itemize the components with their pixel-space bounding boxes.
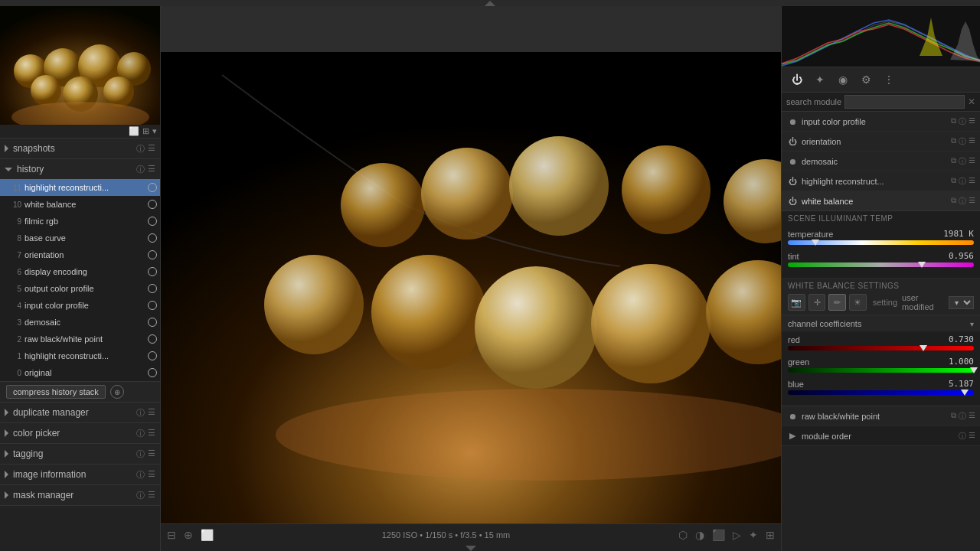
temperature-slider[interactable] — [788, 240, 974, 245]
color-picker-header[interactable]: color picker ⓘ ☰ — [0, 423, 160, 443]
highlight-copy-icon[interactable]: ⧉ — [951, 176, 956, 187]
compress-history-button[interactable]: compress history stack — [6, 385, 106, 399]
svg-point-13 — [622, 145, 710, 234]
wb-manual-icon-btn[interactable]: ✏ — [828, 294, 846, 311]
bottom-collapse-bar[interactable] — [161, 545, 781, 551]
module-order-info-icon[interactable]: ⓘ — [959, 431, 966, 442]
more-btn[interactable]: ⋮ — [878, 70, 900, 89]
history-item[interactable]: 0 original — [0, 364, 160, 381]
history-item[interactable]: 7 orientation — [0, 246, 160, 263]
image-viewport[interactable] — [161, 52, 781, 523]
module-input-color-profile[interactable]: ⏺ input color profile ⧉ ⓘ ☰ — [782, 112, 980, 132]
wb-preset-icon-btn[interactable]: ☀ — [849, 294, 867, 311]
wb-camera-icon-btn[interactable]: 📷 — [788, 294, 805, 311]
history-item[interactable]: 2 raw black/white point — [0, 331, 160, 347]
history-item[interactable]: 4 input color profile — [0, 297, 160, 314]
module-orientation[interactable]: ⏻ orientation ⧉ ⓘ ☰ — [782, 132, 980, 152]
wb-info-icon[interactable]: ⓘ — [959, 196, 966, 207]
history-header[interactable]: history ⓘ ☰ — [0, 159, 160, 179]
snapshots-header[interactable]: snapshots ⓘ ☰ — [0, 139, 160, 158]
module-order[interactable]: ▶ module order ⓘ ☰ — [782, 426, 980, 446]
history-info-icon[interactable]: ⓘ — [136, 164, 145, 175]
module-raw-black-white[interactable]: ⏺ raw black/white point ⧉ ⓘ ☰ — [782, 406, 980, 426]
snapshots-info-icon[interactable]: ⓘ — [136, 143, 145, 155]
image-information-header[interactable]: image information ⓘ ☰ — [0, 465, 160, 484]
tagging-info-icon[interactable]: ⓘ — [136, 448, 145, 460]
snapshots-menu-icon[interactable]: ☰ — [148, 143, 155, 155]
gamut-icon[interactable]: ▷ — [733, 529, 741, 541]
image-info-icon[interactable]: ⓘ — [136, 469, 145, 481]
power-toggle-btn[interactable]: ⏻ — [786, 70, 808, 89]
mask-manager-header[interactable]: mask manager ⓘ ☰ — [0, 485, 160, 505]
orientation-actions: ⧉ ⓘ ☰ — [951, 136, 975, 147]
channel-coefficients-header[interactable]: channel coefficients ▾ — [782, 315, 980, 331]
raw-copy-icon[interactable]: ⧉ — [951, 411, 956, 422]
history-item[interactable]: 11 highlight reconstructi... — [0, 179, 160, 196]
history-item[interactable]: 9 filmic rgb — [0, 213, 160, 230]
demosaic-menu-icon[interactable]: ☰ — [969, 156, 975, 167]
red-slider[interactable] — [788, 346, 974, 350]
tint-value: 0.956 — [949, 251, 974, 261]
history-menu-icon[interactable]: ☰ — [148, 164, 155, 175]
top-collapse-arrow[interactable] — [485, 1, 495, 6]
green-slider[interactable] — [788, 368, 974, 373]
clipping-icon[interactable]: ◑ — [695, 529, 704, 541]
raw-menu-icon[interactable]: ☰ — [969, 411, 975, 422]
tagging-icons: ⓘ ☰ — [136, 448, 155, 460]
fullscreen-icon[interactable]: ⬜ — [201, 529, 214, 541]
favorites-btn[interactable]: ✦ — [809, 70, 831, 89]
history-item[interactable]: 10 white balance — [0, 196, 160, 213]
histogram-icon[interactable]: ⬡ — [678, 529, 688, 541]
duplicate-menu-icon[interactable]: ☰ — [148, 407, 155, 419]
input-color-info-icon[interactable]: ⓘ — [959, 116, 966, 127]
color-picker-info-icon[interactable]: ⓘ — [136, 428, 145, 439]
orientation-copy-icon[interactable]: ⧉ — [951, 136, 956, 147]
wb-menu-icon[interactable]: ☰ — [969, 196, 975, 207]
demosaic-info-icon[interactable]: ⓘ — [959, 156, 966, 167]
tagging-menu-icon[interactable]: ☰ — [148, 448, 155, 460]
module-highlight-reconstruct[interactable]: ⏻ highlight reconstruct... ⧉ ⓘ ☰ — [782, 171, 980, 191]
search-clear-icon[interactable]: ✕ — [968, 96, 975, 107]
history-item[interactable]: 3 demosaic — [0, 314, 160, 331]
search-input[interactable] — [844, 95, 965, 109]
duplicate-manager-header[interactable]: duplicate manager ⓘ ☰ — [0, 403, 160, 422]
color-picker-menu-icon[interactable]: ☰ — [148, 428, 155, 439]
wb-dropdown[interactable]: ▾ — [949, 296, 974, 309]
mask-info-icon[interactable]: ⓘ — [136, 490, 145, 501]
softproof-icon[interactable]: ⬛ — [712, 529, 725, 541]
history-item[interactable]: 8 base curve — [0, 230, 160, 246]
white-balance-header[interactable]: ⏻ white balance ⧉ ⓘ ☰ — [782, 191, 980, 211]
wb-copy-icon[interactable]: ⧉ — [951, 196, 956, 207]
history-item-icon — [148, 233, 157, 243]
tagging-header[interactable]: tagging ⓘ ☰ — [0, 444, 160, 464]
settings-btn[interactable]: ⚙ — [855, 70, 877, 89]
orientation-menu-icon[interactable]: ☰ — [969, 136, 975, 147]
mask-icon[interactable]: ✦ — [749, 529, 758, 541]
orientation-info-icon[interactable]: ⓘ — [959, 136, 966, 147]
demosaic-copy-icon[interactable]: ⧉ — [951, 156, 956, 167]
blue-slider[interactable] — [788, 390, 974, 395]
wb-picker-icon-btn[interactable]: ✛ — [808, 294, 826, 311]
grid-icon[interactable]: ⊞ — [142, 126, 149, 136]
highlight-info-icon[interactable]: ⓘ — [959, 176, 966, 187]
duplicate-info-icon[interactable]: ⓘ — [136, 407, 145, 419]
grid-overlay-icon[interactable]: ⊞ — [766, 529, 775, 541]
down-icon[interactable]: ▾ — [152, 126, 157, 136]
module-order-menu-icon[interactable]: ☰ — [969, 431, 975, 442]
copy-icon[interactable]: ⊕ — [184, 529, 193, 541]
highlight-menu-icon[interactable]: ☰ — [969, 176, 975, 187]
tint-slider[interactable] — [788, 262, 974, 267]
history-item[interactable]: 6 display encoding — [0, 263, 160, 280]
module-demosaic[interactable]: ⏺ demosaic ⧉ ⓘ ☰ — [782, 152, 980, 171]
mask-menu-icon[interactable]: ☰ — [148, 490, 155, 501]
channel-collapse-icon[interactable]: ▾ — [970, 320, 974, 328]
history-item[interactable]: 1 highlight reconstructi... — [0, 347, 160, 364]
raw-info-icon[interactable]: ⓘ — [959, 411, 966, 422]
grid-view-icon[interactable]: ⊟ — [167, 529, 176, 541]
expand-icon[interactable]: ⬜ — [129, 126, 139, 136]
history-item[interactable]: 5 output color profile — [0, 280, 160, 297]
image-menu-icon[interactable]: ☰ — [148, 469, 155, 481]
color-btn[interactable]: ◉ — [832, 70, 854, 89]
input-color-copy-icon[interactable]: ⧉ — [951, 116, 956, 127]
input-color-menu-icon[interactable]: ☰ — [969, 116, 975, 127]
